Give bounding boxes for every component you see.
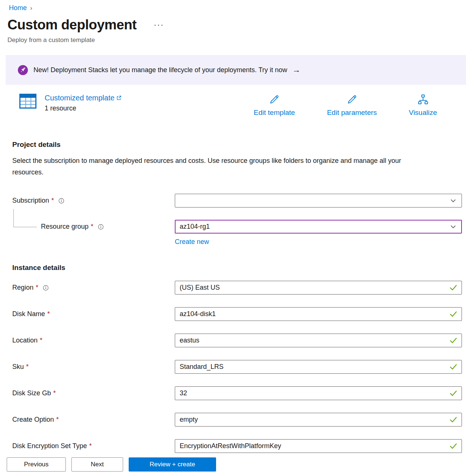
resource-group-dropdown[interactable]: az104-rg1 (175, 220, 462, 234)
required-asterisk: * (26, 363, 29, 371)
valid-checkmark-icon (450, 390, 457, 396)
resource-count: 1 resource (45, 104, 121, 112)
disk-name-input[interactable] (180, 310, 446, 318)
project-details-description: Select the subscription to manage deploy… (12, 155, 414, 178)
previous-button[interactable]: Previous (7, 457, 66, 472)
subscription-row: Subscription * (12, 194, 462, 208)
page-title: Custom deployment (7, 17, 136, 33)
external-link-icon (116, 94, 121, 102)
connector-line (13, 209, 37, 227)
title-row: Custom deployment ··· (7, 17, 466, 33)
sku-label-group: Sku * (12, 363, 175, 371)
location-field-row: Location * (12, 334, 462, 347)
sku-field-row: Sku * (12, 360, 462, 374)
sku-label: Sku (12, 363, 24, 371)
template-summary: Customized template 1 resource Edit temp… (19, 94, 437, 117)
valid-checkmark-icon (450, 284, 457, 291)
rocket-icon (18, 65, 28, 75)
breadcrumb: Home › (0, 0, 466, 12)
region-label: Region (12, 284, 33, 292)
location-label-group: Location * (12, 337, 175, 344)
project-details-heading: Project details (12, 141, 466, 149)
valid-checkmark-icon (450, 311, 457, 317)
disk-encryption-set-type-field-row: Disk Encryption Set Type * (12, 439, 462, 453)
next-button[interactable]: Next (71, 457, 123, 472)
template-info: Customized template 1 resource (45, 94, 121, 112)
edit-parameters-button[interactable]: Edit parameters (327, 94, 377, 117)
edit-parameters-label: Edit parameters (327, 109, 377, 117)
disk-size-gb-label-group: Disk Size Gb * (12, 389, 175, 397)
disk-name-field-row: Disk Name * (12, 307, 462, 321)
customized-template-link[interactable]: Customized template (45, 94, 121, 102)
create-option-input-box (175, 413, 462, 427)
review-create-button[interactable]: Review + create (129, 457, 216, 472)
disk-name-input-box (175, 307, 462, 321)
edit-template-label: Edit template (254, 109, 295, 117)
disk-size-gb-label: Disk Size Gb (12, 389, 51, 397)
subscription-label: Subscription (12, 197, 49, 205)
arrow-right-icon[interactable]: → (292, 66, 301, 74)
page-subtitle: Deploy from a custom template (7, 36, 466, 44)
required-asterisk: * (53, 389, 56, 397)
resource-group-row: Resource group * az104-rg1 (12, 220, 462, 234)
disk-name-label-group: Disk Name * (12, 310, 175, 318)
location-label: Location (12, 337, 38, 344)
region-field-row: Region * (12, 281, 462, 295)
sku-input[interactable] (180, 363, 446, 371)
custom-deployment-page: Home › Custom deployment ··· Deploy from… (0, 0, 466, 476)
valid-checkmark-icon (450, 364, 457, 370)
subscription-label-group: Subscription * (12, 197, 175, 205)
create-option-label: Create Option (12, 416, 54, 424)
breadcrumb-home-link[interactable]: Home (9, 4, 27, 12)
disk-size-gb-field-row: Disk Size Gb * (12, 386, 462, 400)
disk-size-gb-input-box (175, 386, 462, 400)
edit-template-button[interactable]: Edit template (254, 94, 295, 117)
template-icon (19, 94, 36, 109)
template-name: Customized template (45, 94, 115, 102)
region-label-group: Region * (12, 284, 175, 292)
visualize-button[interactable]: Visualize (409, 94, 437, 117)
valid-checkmark-icon (450, 416, 457, 423)
valid-checkmark-icon (450, 443, 457, 449)
required-asterisk: * (40, 337, 42, 344)
required-asterisk: * (56, 416, 59, 424)
disk-size-gb-input[interactable] (180, 389, 446, 397)
subscription-dropdown[interactable] (175, 194, 462, 208)
visualize-label: Visualize (409, 109, 437, 117)
resource-group-label: Resource group (41, 223, 89, 231)
info-icon[interactable] (58, 198, 64, 204)
create-option-label-group: Create Option * (12, 416, 175, 424)
footer-action-bar: Previous Next Review + create (0, 453, 466, 476)
required-asterisk: * (51, 197, 54, 205)
deployment-stacks-banner: New! Deployment Stacks let you manage th… (6, 55, 466, 85)
required-asterisk: * (47, 310, 50, 318)
disk-name-label: Disk Name (12, 310, 45, 318)
sku-input-box (175, 360, 462, 374)
required-asterisk: * (91, 223, 93, 231)
disk-encryption-set-type-label: Disk Encryption Set Type (12, 442, 87, 450)
location-input-box (175, 334, 462, 347)
resource-group-value: az104-rg1 (180, 223, 450, 231)
disk-encryption-set-type-label-group: Disk Encryption Set Type * (12, 442, 175, 450)
create-option-input[interactable] (180, 416, 446, 424)
location-input[interactable] (180, 337, 446, 344)
chevron-down-icon (450, 223, 456, 230)
org-chart-icon (417, 94, 429, 106)
more-options-button[interactable]: ··· (152, 21, 165, 29)
banner-text: New! Deployment Stacks let you manage th… (33, 66, 287, 74)
create-option-field-row: Create Option * (12, 413, 462, 427)
template-actions: Edit template Edit parameters (254, 94, 437, 117)
required-asterisk: * (89, 442, 92, 450)
breadcrumb-separator-icon: › (30, 4, 32, 12)
info-icon[interactable] (98, 224, 104, 230)
valid-checkmark-icon (450, 337, 457, 344)
info-icon[interactable] (43, 285, 49, 291)
create-new-link[interactable]: Create new (175, 238, 209, 246)
instance-details-heading: Instance details (12, 264, 466, 272)
region-input[interactable] (180, 284, 446, 292)
pencil-icon (346, 94, 358, 106)
required-asterisk: * (36, 284, 38, 292)
chevron-down-icon (450, 197, 456, 204)
disk-encryption-set-type-input-box (175, 439, 462, 453)
disk-encryption-set-type-input[interactable] (180, 442, 446, 450)
